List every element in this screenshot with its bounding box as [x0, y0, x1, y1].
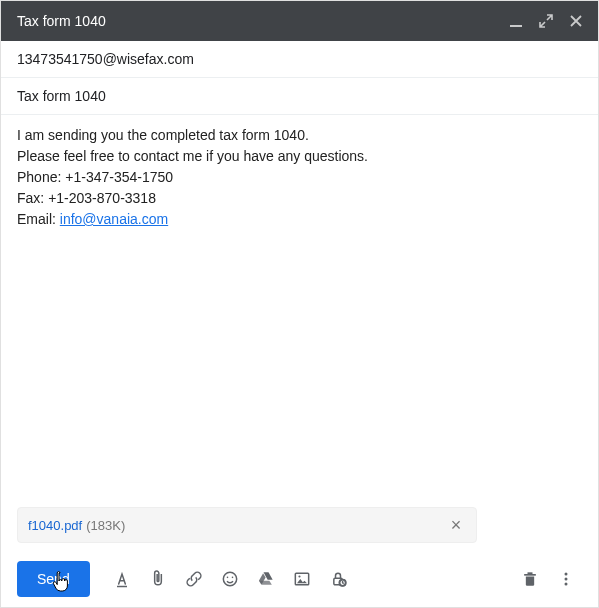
- attachment-chip[interactable]: f1040.pdf (183K) ×: [17, 507, 477, 543]
- body-line: I am sending you the completed tax form …: [17, 125, 582, 146]
- body-editor[interactable]: I am sending you the completed tax form …: [1, 115, 598, 507]
- to-field[interactable]: 13473541750@wisefax.com: [1, 41, 598, 78]
- svg-point-12: [565, 573, 568, 576]
- send-button[interactable]: Send: [17, 561, 90, 597]
- confidential-mode-icon[interactable]: [322, 563, 354, 595]
- svg-point-2: [223, 572, 236, 585]
- svg-point-13: [565, 578, 568, 581]
- formatting-icon[interactable]: [106, 563, 138, 595]
- attachment-size: (183K): [86, 518, 125, 533]
- titlebar: Tax form 1040: [1, 1, 598, 41]
- svg-rect-0: [510, 25, 522, 27]
- subject-field[interactable]: Tax form 1040: [1, 78, 598, 115]
- svg-point-4: [231, 577, 233, 579]
- attachment-name: f1040.pdf: [28, 518, 82, 533]
- insert-photo-icon[interactable]: [286, 563, 318, 595]
- body-line: Please feel free to contact me if you ha…: [17, 146, 582, 167]
- svg-point-3: [226, 577, 228, 579]
- insert-link-icon[interactable]: [178, 563, 210, 595]
- drive-icon[interactable]: [250, 563, 282, 595]
- body-fax-line: Fax: +1-203-870-3318: [17, 188, 582, 209]
- svg-point-14: [565, 583, 568, 586]
- attach-file-icon[interactable]: [142, 563, 174, 595]
- remove-attachment-button[interactable]: ×: [446, 515, 466, 536]
- subject-value: Tax form 1040: [17, 88, 106, 104]
- discard-draft-icon[interactable]: [514, 563, 546, 595]
- email-link[interactable]: info@vanaia.com: [60, 211, 168, 227]
- expand-button[interactable]: [534, 9, 558, 33]
- insert-emoji-icon[interactable]: [214, 563, 246, 595]
- close-button[interactable]: [564, 9, 588, 33]
- svg-point-6: [298, 575, 300, 577]
- minimize-button[interactable]: [504, 9, 528, 33]
- body-email-line: Email: info@vanaia.com: [17, 209, 582, 230]
- body-phone-line: Phone: +1-347-354-1750: [17, 167, 582, 188]
- svg-rect-10: [524, 574, 536, 576]
- to-value: 13473541750@wisefax.com: [17, 51, 194, 67]
- compose-toolbar: Send: [1, 551, 598, 607]
- svg-rect-11: [528, 572, 533, 574]
- more-options-icon[interactable]: [550, 563, 582, 595]
- window-title: Tax form 1040: [17, 13, 504, 29]
